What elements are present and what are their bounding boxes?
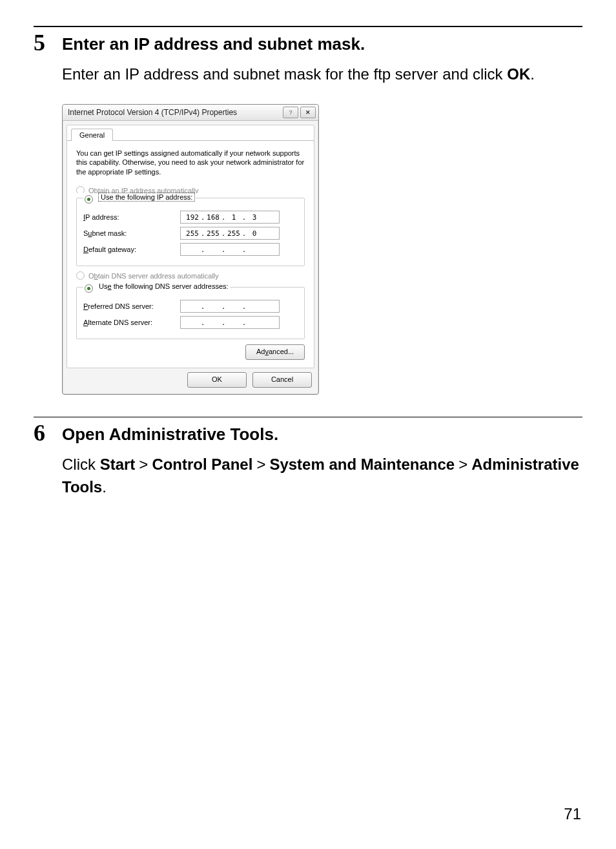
tcpip-properties-dialog: Internet Protocol Version 4 (TCP/IPv4) P… — [62, 104, 319, 395]
radio-auto-dns-label: Obtain DNS server address automatically — [88, 272, 219, 280]
tab-strip: General — [67, 125, 314, 141]
radio-icon — [85, 284, 93, 293]
gateway-row: Default gateway: ... — [83, 243, 298, 256]
ip-group: Use the following IP address: IP address… — [76, 193, 305, 266]
step-6-body: Click Start>Control Panel>System and Mai… — [62, 454, 582, 499]
gt-sep: > — [139, 456, 148, 473]
tab-general[interactable]: General — [71, 129, 113, 141]
radio-icon — [85, 195, 93, 204]
pref-dns-row: Preferred DNS server: ... — [83, 300, 298, 313]
ip-address-input[interactable]: 192.168.1.3 — [180, 211, 280, 224]
advanced-row: Advanced... — [76, 344, 305, 360]
radio-icon — [76, 186, 85, 193]
radio-auto-ip-row: Obtain an IP address automatically — [76, 183, 305, 193]
close-icon: ✕ — [305, 109, 311, 116]
pref-dns-label: Preferred DNS server: — [83, 302, 180, 310]
tab-content: You can get IP settings assigned automat… — [67, 141, 314, 368]
step-6-header: 6 Open Administrative Tools. — [34, 421, 582, 446]
radio-use-dns-label: Use the following DNS server addresses: — [99, 282, 229, 290]
step-6-post: . — [102, 478, 107, 496]
radio-dot-icon — [87, 198, 90, 201]
mid-rule — [34, 417, 582, 417]
advanced-button[interactable]: Advanced... — [245, 344, 305, 360]
radio-use-dns-legend[interactable]: Use the following DNS server addresses: — [83, 282, 230, 291]
ip-address-row: IP address: 192.168.1.3 — [83, 211, 298, 224]
step-5-header: 5 Enter an IP address and subnet mask. — [34, 31, 582, 56]
step-6-pre: Click — [62, 456, 100, 473]
alt-dns-label: Alternate DNS server: — [83, 319, 180, 326]
page-number: 71 — [564, 805, 581, 823]
dialog-footer: OK Cancel — [63, 372, 318, 394]
alt-dns-row: Alternate DNS server: ... — [83, 316, 298, 329]
radio-use-ip-label: Use the following IP address: — [99, 193, 194, 201]
ok-button[interactable]: OK — [187, 372, 247, 388]
explain-text: You can get IP settings assigned automat… — [76, 149, 305, 178]
radio-use-ip-legend[interactable]: Use the following IP address: — [83, 193, 196, 202]
top-rule — [34, 26, 582, 27]
gateway-label: Default gateway: — [83, 246, 180, 253]
nav-control-panel: Control Panel — [152, 456, 252, 473]
help-icon: ? — [289, 109, 292, 116]
radio-obtain-dns-auto[interactable]: Obtain DNS server address automatically — [76, 271, 305, 280]
step-5-body: Enter an IP address and subnet mask for … — [62, 63, 582, 86]
alt-dns-input[interactable]: ... — [180, 316, 280, 329]
radio-obtain-ip-auto[interactable]: Obtain an IP address automatically — [76, 186, 305, 193]
help-button[interactable]: ? — [283, 107, 298, 118]
step-5-body-text: Enter an IP address and subnet mask for … — [62, 65, 507, 83]
gt-sep: > — [256, 456, 265, 473]
dns-group: Use the following DNS server addresses: … — [76, 282, 305, 339]
pref-dns-input[interactable]: ... — [180, 300, 280, 313]
subnet-row: Subnet mask: 255.255.255.0 — [83, 227, 298, 240]
dialog-body: General You can get IP settings assigned… — [67, 125, 314, 369]
step-5-body-post: . — [530, 65, 535, 83]
radio-auto-ip-label: Obtain an IP address automatically — [88, 187, 198, 194]
dialog-title-text: Internet Protocol Version 4 (TCP/IPv4) P… — [68, 108, 281, 117]
nav-system-maintenance: System and Maintenance — [269, 456, 455, 473]
step-5-title: Enter an IP address and subnet mask. — [62, 31, 365, 56]
nav-start: Start — [100, 456, 136, 473]
gt-sep: > — [458, 456, 467, 473]
step-number-5: 5 — [34, 31, 62, 54]
close-button[interactable]: ✕ — [300, 107, 316, 118]
subnet-input[interactable]: 255.255.255.0 — [180, 227, 280, 240]
subnet-label: Subnet mask: — [83, 229, 180, 237]
cancel-button[interactable]: Cancel — [252, 372, 312, 388]
ip-address-label: IP address: — [83, 213, 180, 221]
gateway-input[interactable]: ... — [180, 243, 280, 256]
step-number-6: 6 — [34, 421, 62, 445]
step-6-title: Open Administrative Tools. — [62, 421, 278, 446]
radio-icon — [76, 271, 85, 280]
step-5-body-bold: OK — [507, 65, 530, 83]
dialog-titlebar: Internet Protocol Version 4 (TCP/IPv4) P… — [63, 105, 318, 121]
radio-dot-icon — [87, 287, 90, 290]
